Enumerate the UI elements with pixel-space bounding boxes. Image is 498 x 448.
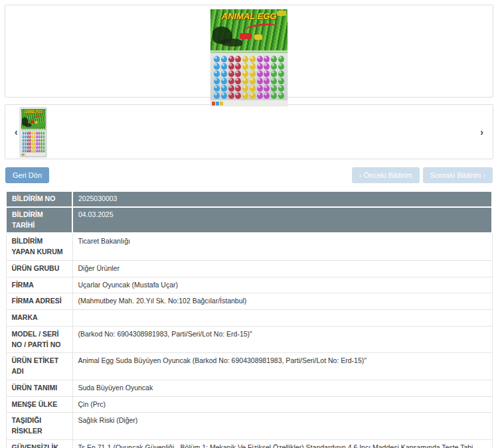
egg-grid bbox=[210, 53, 288, 100]
egg-toy bbox=[25, 145, 27, 149]
egg-toy bbox=[41, 149, 42, 153]
egg-toy bbox=[257, 85, 263, 92]
table-row: ÜRÜN GRUBUDiğer Ürünler bbox=[6, 260, 492, 277]
table-surface bbox=[210, 100, 288, 106]
egg-toy bbox=[278, 56, 284, 62]
egg-toy bbox=[228, 56, 234, 62]
table-row: BİLDİRİM NO2025030003 bbox=[6, 191, 492, 207]
back-button[interactable]: Geri Dön bbox=[5, 167, 49, 183]
yellow-label-art bbox=[277, 11, 286, 16]
egg-toy bbox=[271, 63, 277, 70]
egg-toy bbox=[250, 85, 256, 92]
egg-toy bbox=[214, 63, 220, 70]
egg-toy bbox=[41, 142, 42, 145]
egg-toy bbox=[31, 142, 33, 145]
egg-toy bbox=[242, 70, 248, 77]
egg-toy bbox=[242, 92, 248, 99]
egg-toy bbox=[41, 139, 42, 142]
main-image-panel: ANIMAL EGG bbox=[5, 5, 493, 98]
egg-toy bbox=[257, 63, 263, 70]
egg-toy bbox=[214, 78, 220, 84]
egg-toy bbox=[31, 139, 33, 142]
field-label: MODEL / SERİ NO / PARTİ NO bbox=[6, 326, 72, 353]
egg-toy bbox=[250, 78, 256, 84]
egg-toy bbox=[34, 139, 36, 142]
egg-toy bbox=[228, 78, 234, 84]
box-edge bbox=[210, 50, 288, 53]
egg-toy bbox=[242, 78, 248, 84]
table-row: MODEL / SERİ NO / PARTİ NO(Barkod No: 69… bbox=[6, 326, 492, 353]
egg-toy bbox=[228, 70, 234, 77]
egg-toy bbox=[42, 131, 44, 135]
field-label: BİLDİRİM YAPAN KURUM bbox=[6, 233, 72, 260]
field-value: (Barkod No: 6904308981983, Parti/Seri/Lo… bbox=[72, 326, 492, 353]
field-label: FİRMA bbox=[6, 277, 72, 293]
field-value: Sağlık Riski (Diğer) bbox=[72, 413, 492, 440]
field-value: (Mahmutbey Mah. 20.Yıl Sk. No:102 Bağcıl… bbox=[72, 293, 492, 310]
egg-toy bbox=[41, 131, 42, 135]
field-value: Uçarlar Oyuncak (Mustafa Uçar) bbox=[72, 277, 492, 293]
egg-toy bbox=[214, 70, 220, 77]
egg-toy bbox=[214, 85, 220, 92]
egg-toy bbox=[42, 145, 44, 149]
egg-toy bbox=[242, 56, 248, 62]
egg-toy bbox=[271, 85, 277, 92]
egg-toy bbox=[271, 92, 277, 99]
table-row: TAŞIDIĞI RİSKLERSağlık Riski (Diğer) bbox=[6, 413, 492, 440]
egg-toy bbox=[29, 139, 31, 142]
egg-toy bbox=[25, 142, 27, 145]
egg-toy bbox=[278, 63, 284, 70]
egg-toy bbox=[257, 70, 263, 77]
field-label: TAŞIDIĞI RİSKLER bbox=[6, 413, 72, 440]
egg-toy bbox=[221, 63, 227, 70]
egg-toy bbox=[42, 149, 44, 153]
product-thumbnail[interactable]: ANIMAL EGG bbox=[20, 108, 46, 157]
field-value: Çin (Prc) bbox=[72, 396, 492, 413]
egg-toy bbox=[264, 85, 270, 92]
field-label: MENŞE ÜLKE bbox=[6, 396, 72, 413]
field-label: ÜRÜN ETİKET ADI bbox=[6, 353, 72, 380]
egg-toy bbox=[264, 70, 270, 77]
egg-toy bbox=[235, 85, 241, 92]
table-row: MENŞE ÜLKEÇin (Prc) bbox=[6, 396, 492, 413]
egg-toy bbox=[235, 70, 241, 77]
egg-toy bbox=[29, 149, 31, 153]
egg-toy bbox=[34, 131, 36, 135]
field-label: ÜRÜN GRUBU bbox=[6, 260, 72, 277]
egg-toy bbox=[42, 139, 44, 142]
egg-toy bbox=[257, 78, 263, 84]
egg-toy bbox=[42, 135, 44, 138]
egg-toy bbox=[31, 149, 33, 153]
egg-toy bbox=[29, 142, 31, 145]
yellow-label-art bbox=[254, 35, 262, 40]
carousel-next-icon[interactable]: › bbox=[477, 126, 486, 138]
colorful-bits bbox=[212, 102, 223, 106]
egg-toy bbox=[250, 56, 256, 62]
table-row: MARKA bbox=[6, 310, 492, 327]
egg-toy bbox=[25, 131, 27, 135]
next-notification-button[interactable]: Sonraki Bildirim › bbox=[423, 167, 493, 183]
field-label: GÜVENSİZLİK NEDENİ bbox=[6, 439, 72, 448]
egg-toy bbox=[221, 78, 227, 84]
egg-toy bbox=[235, 56, 241, 62]
egg-toy bbox=[250, 63, 256, 70]
notification-nav: ‹ Önceki Bildirim Sonraki Bildirim › bbox=[352, 167, 493, 183]
table-row: ÜRÜN TANIMISuda Büyüyen Oyuncak bbox=[6, 380, 492, 396]
thumbnail-carousel: ‹ ANIMAL EGG › bbox=[5, 104, 493, 159]
egg-toy bbox=[42, 142, 44, 145]
egg-toy bbox=[25, 149, 27, 153]
egg-toy bbox=[235, 92, 241, 99]
previous-notification-button[interactable]: ‹ Önceki Bildirim bbox=[352, 167, 420, 183]
carousel-prev-icon[interactable]: ‹ bbox=[12, 126, 21, 138]
egg-toy bbox=[221, 92, 227, 99]
egg-toy bbox=[34, 142, 36, 145]
field-value: Ts En 71-1 (Oyuncak Güvenliği - Bölüm 1:… bbox=[72, 439, 492, 448]
egg-toy bbox=[264, 63, 270, 70]
red-label-art bbox=[240, 33, 252, 39]
egg-toy bbox=[235, 78, 241, 84]
egg-toy bbox=[23, 135, 25, 138]
egg-toy bbox=[34, 149, 36, 153]
egg-toy bbox=[25, 139, 27, 142]
field-value: Diğer Ürünler bbox=[72, 260, 492, 277]
dinosaur-art bbox=[220, 38, 242, 46]
